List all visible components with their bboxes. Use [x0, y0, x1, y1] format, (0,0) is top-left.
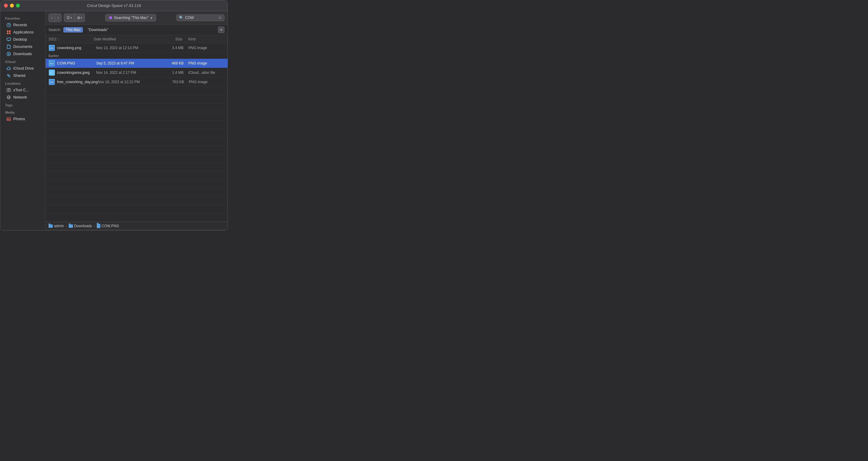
- sidebar-item-label: Downloads: [13, 52, 32, 56]
- sidebar-item-recents[interactable]: Recents: [1, 21, 44, 29]
- sidebar-item-desktop[interactable]: Desktop: [1, 36, 44, 43]
- sidebar-item-documents[interactable]: Documents: [1, 43, 44, 50]
- breadcrumb-bar: admin › Downloads › COW.PNG: [45, 222, 227, 230]
- sidebar-section-icloud: iCloud: [0, 58, 45, 65]
- sidebar-item-label: Network: [13, 95, 27, 99]
- file-size: 763 KB: [157, 80, 184, 84]
- sidebar-section-tags: Tags: [0, 101, 45, 108]
- file-date: Nov 13, 2022 at 12:14 PM: [96, 46, 156, 50]
- forward-button[interactable]: ›: [55, 14, 61, 22]
- file-icon-jpeg: JPG: [49, 69, 55, 76]
- sidebar-item-label: Recents: [13, 23, 27, 27]
- svg-rect-15: [7, 89, 10, 92]
- view-buttons: ☰ ▾ ⊞ ▾: [64, 13, 85, 22]
- svg-point-16: [8, 90, 9, 91]
- grid-view-button[interactable]: ⊞ ▾: [75, 14, 85, 22]
- sidebar-item-icloud-drive[interactable]: iCloud Drive: [1, 65, 44, 72]
- icloud-icon: [6, 66, 11, 71]
- breadcrumb-cowpng[interactable]: COW.PNG: [97, 224, 119, 228]
- search-box: 🔍 ✕: [176, 14, 224, 21]
- sidebar-item-label: Documents: [13, 44, 32, 49]
- breadcrumb-downloads[interactable]: Downloads: [69, 224, 92, 228]
- column-header-size[interactable]: Size: [155, 37, 182, 41]
- sidebar-item-label: Desktop: [13, 37, 27, 41]
- breadcrumb-label: COW.PNG: [101, 224, 119, 228]
- file-icon-png: PNG: [49, 44, 55, 51]
- search-downloads-chip[interactable]: "Downloads": [85, 27, 111, 33]
- svg-point-13: [9, 75, 10, 77]
- search-breadcrumb-bar: Search: This Mac "Downloads" +: [45, 25, 227, 35]
- sort-icon: ↓: [58, 38, 59, 41]
- empty-row: [45, 163, 227, 171]
- list-view-button[interactable]: ☰ ▾: [64, 14, 75, 22]
- content-area: ‹ › ☰ ▾ ⊞ ▾ Searching "Th: [45, 11, 227, 230]
- table-row[interactable]: PNG coworking.png Nov 13, 2022 at 12:14 …: [45, 43, 227, 53]
- svg-text:PNG: PNG: [50, 81, 53, 83]
- nav-buttons: ‹ ›: [49, 13, 61, 22]
- sidebar-item-photos[interactable]: Photos: [1, 115, 44, 123]
- file-date: Nov 14, 2022 at 2:17 PM: [96, 70, 156, 75]
- svg-text:JPG: JPG: [50, 72, 52, 74]
- table-row[interactable]: JPG coworkingarea.jpeg Nov 14, 2022 at 2…: [45, 68, 227, 78]
- empty-row: [45, 154, 227, 163]
- table-row[interactable]: PNG free_coworking_day.png Nov 16, 2022 …: [45, 78, 227, 87]
- empty-row: [45, 112, 227, 121]
- minimize-button[interactable]: [10, 4, 14, 7]
- window-title: Cricut Design Space v7.43.119: [87, 3, 141, 8]
- column-header-kind[interactable]: Kind: [188, 37, 224, 41]
- svg-rect-3: [7, 30, 8, 32]
- close-button[interactable]: [4, 4, 8, 7]
- location-dot-icon: [109, 16, 112, 19]
- chevron-down-icon: ▾: [151, 16, 152, 20]
- empty-row: [45, 188, 227, 196]
- folder-icon: [49, 224, 53, 228]
- svg-text:PNG: PNG: [50, 63, 53, 64]
- sidebar-item-shared[interactable]: Shared: [1, 72, 44, 79]
- file-size: 3.4 MB: [156, 46, 184, 50]
- svg-rect-6: [9, 33, 10, 34]
- empty-row: [45, 104, 227, 112]
- file-name: free_coworking_day.png: [57, 80, 98, 84]
- empty-row: [45, 146, 227, 154]
- svg-text:PNG: PNG: [50, 47, 53, 49]
- toolbar: ‹ › ☰ ▾ ⊞ ▾ Searching "Th: [45, 11, 227, 25]
- column-header-name[interactable]: 2022 ↓: [49, 37, 93, 41]
- breadcrumb-label: Downloads: [74, 224, 92, 228]
- search-location-label: Searching "This Mac": [114, 16, 149, 20]
- table-row[interactable]: PNG COW.PNG Sep 5, 2023 at 8:47 PM 468 K…: [45, 59, 227, 68]
- sidebar-section-favorites: Favorites: [0, 14, 45, 21]
- column-header-date[interactable]: Date Modified: [94, 37, 154, 41]
- table-header: 2022 ↓ Date Modified Size Kind: [45, 35, 227, 43]
- back-button[interactable]: ‹: [49, 14, 55, 22]
- sidebar-section-locations: Locations: [0, 79, 45, 87]
- breadcrumb-admin[interactable]: admin: [49, 224, 64, 228]
- add-search-location-button[interactable]: +: [218, 27, 224, 33]
- empty-row: [45, 205, 227, 213]
- search-location-button[interactable]: Searching "This Mac" ▾: [105, 14, 156, 21]
- empty-row: [45, 95, 227, 104]
- sidebar: Favorites Recents Applications Desktop: [0, 11, 45, 230]
- apps-icon: [6, 30, 11, 35]
- search-this-mac-chip[interactable]: This Mac: [63, 27, 83, 33]
- clear-search-button[interactable]: ✕: [218, 16, 222, 20]
- sidebar-item-network[interactable]: Network: [1, 94, 44, 101]
- sidebar-item-downloads[interactable]: Downloads: [1, 50, 44, 58]
- photos-icon: [6, 117, 11, 121]
- file-icon-png2: PNG: [49, 79, 55, 85]
- file-icon: [97, 224, 100, 228]
- traffic-lights: [4, 4, 20, 7]
- svg-rect-7: [7, 38, 10, 40]
- svg-rect-5: [7, 33, 8, 34]
- search-input[interactable]: [185, 16, 217, 20]
- sidebar-item-xtool[interactable]: xTool C...: [1, 87, 44, 94]
- search-location-container: Searching "This Mac" ▾: [87, 14, 174, 21]
- sidebar-item-label: Shared: [13, 73, 25, 78]
- breadcrumb-label: admin: [54, 224, 64, 228]
- empty-row: [45, 87, 227, 95]
- sidebar-item-applications[interactable]: Applications: [1, 29, 44, 36]
- file-size: 1.4 MB: [156, 70, 184, 75]
- file-name: coworking.png: [57, 46, 96, 50]
- bottom-bar: Options Cancel Open: [45, 230, 227, 230]
- maximize-button[interactable]: [16, 4, 20, 7]
- file-list: PNG coworking.png Nov 13, 2022 at 12:14 …: [45, 43, 227, 222]
